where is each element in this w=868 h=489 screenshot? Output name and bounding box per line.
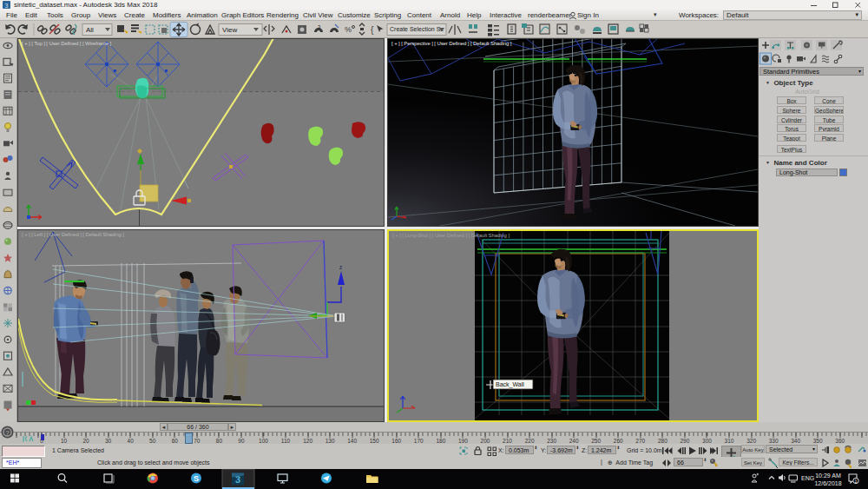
svg-text:All: All [86,26,94,34]
svg-text:z: z [339,264,342,270]
svg-text:10:29 AM: 10:29 AM [815,472,841,479]
svg-text:?: ? [5,429,10,437]
svg-text:Back_Wall: Back_Wall [496,381,524,388]
svg-text:3: 3 [5,3,9,9]
svg-text:%: % [345,25,352,34]
svg-text:View: View [222,26,237,34]
svg-text:ENG: ENG [801,475,814,481]
svg-text:S: S [194,474,199,483]
svg-text:{: { [371,25,374,35]
svg-text:12/6/2018: 12/6/2018 [814,480,841,486]
svg-text:Create Selection Se: Create Selection Se [390,26,444,32]
